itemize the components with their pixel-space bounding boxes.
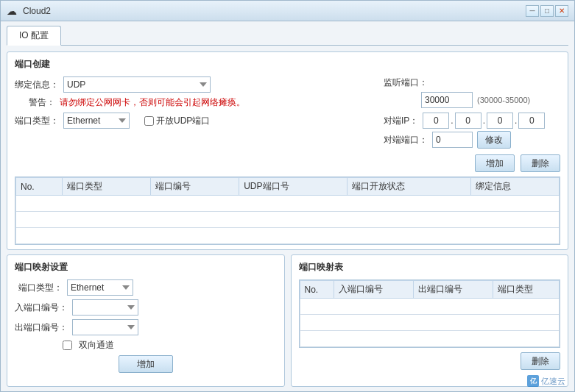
bidirectional-label[interactable]: 双向通道 bbox=[79, 339, 114, 352]
udp-checkbox[interactable] bbox=[144, 116, 154, 126]
col-bind-info: 绑定信息 bbox=[470, 178, 559, 196]
col-port-status: 端口开放状态 bbox=[347, 178, 470, 196]
map-out-port-label: 出端口编号： bbox=[15, 321, 68, 334]
remote-ip-container: . . . bbox=[423, 113, 545, 129]
map-in-port-row: 入端口编号： bbox=[15, 299, 277, 316]
table-row bbox=[16, 196, 560, 212]
map-out-port-row: 出端口编号： bbox=[15, 319, 277, 335]
map-table-body bbox=[300, 299, 560, 347]
listen-port-row: 监听端口： bbox=[384, 76, 560, 89]
tab-io-config[interactable]: IO 配置 bbox=[7, 26, 61, 46]
map-col-in-port: 入端口编号 bbox=[334, 281, 414, 299]
table-row bbox=[16, 212, 560, 228]
warning-row: 警告： 请勿绑定公网网卡，否则可能会引起网络瘫痪。 bbox=[15, 96, 369, 109]
create-right: 监听端口： (30000-35000) 对端IP： bbox=[384, 76, 560, 172]
ip-octet-4[interactable] bbox=[518, 113, 545, 129]
port-table-body bbox=[16, 196, 560, 244]
port-map-settings: 端口映射设置 端口类型： Ethernet Serial 入端口编号： 出端口编… bbox=[7, 254, 285, 387]
map-in-port-label: 入端口编号： bbox=[15, 302, 68, 314]
table-row bbox=[300, 299, 560, 315]
watermark-icon: 亿 bbox=[527, 375, 539, 387]
table-row bbox=[16, 228, 560, 244]
remote-ip-row: 对端IP： . . . bbox=[384, 113, 545, 129]
col-no: No. bbox=[16, 178, 63, 196]
create-top-row: 绑定信息： UDP 警告： 请勿绑定公网网卡，否则可能会引起网络瘫痪。 端口类型… bbox=[15, 76, 560, 172]
listen-port-input[interactable] bbox=[421, 92, 473, 108]
bidirectional-checkbox[interactable] bbox=[63, 341, 72, 350]
title-bar-left: ☁ Cloud2 bbox=[7, 5, 51, 17]
map-out-port-select[interactable] bbox=[72, 319, 138, 335]
listen-port-input-row: (30000-35000) bbox=[384, 92, 560, 108]
remote-port-row: 对端端口： 修改 bbox=[384, 131, 545, 149]
map-add-button[interactable]: 增加 bbox=[119, 355, 173, 373]
port-map-table-title: 端口映射表 bbox=[299, 261, 561, 274]
map-add-row: 增加 bbox=[15, 355, 277, 373]
ip-octet-1[interactable] bbox=[423, 113, 449, 129]
watermark-text: 亿速云 bbox=[541, 376, 565, 387]
main-window: ☁ Cloud2 ─ □ ✕ IO 配置 端口创建 绑定信息： bbox=[0, 0, 575, 392]
bind-info-row: 绑定信息： UDP bbox=[15, 76, 369, 93]
port-type-select[interactable]: Ethernet Serial bbox=[63, 113, 130, 129]
maximize-button[interactable]: □ bbox=[540, 5, 554, 17]
warning-prefix-label: 警告： bbox=[15, 96, 55, 109]
minimize-button[interactable]: ─ bbox=[526, 5, 539, 17]
tab-bar: IO 配置 bbox=[7, 26, 568, 46]
remote-ip-col: 对端IP： . . . bbox=[384, 113, 545, 149]
port-create-title: 端口创建 bbox=[15, 58, 560, 71]
suggest-text: (30000-35000) bbox=[477, 96, 530, 104]
listen-port-label: 监听端口： bbox=[384, 76, 428, 89]
map-col-type: 端口类型 bbox=[493, 281, 559, 299]
title-buttons: ─ □ ✕ bbox=[526, 5, 568, 17]
map-table-wrapper: No. 入端口编号 出端口编号 端口类型 bbox=[299, 279, 561, 348]
main-content: IO 配置 端口创建 绑定信息： UDP 警告： bbox=[1, 21, 574, 391]
add-port-button[interactable]: 增加 bbox=[475, 154, 515, 172]
remote-port-label: 对端端口： bbox=[384, 134, 428, 146]
remote-port-input[interactable] bbox=[432, 132, 473, 148]
create-left: 绑定信息： UDP 警告： 请勿绑定公网网卡，否则可能会引起网络瘫痪。 端口类型… bbox=[15, 76, 369, 172]
port-create-section: 端口创建 绑定信息： UDP 警告： 请勿绑定公网网卡，否则可能会引起网络瘫痪。 bbox=[7, 51, 568, 250]
bind-label: 绑定信息： bbox=[15, 79, 59, 91]
add-del-buttons: 增加 删除 bbox=[384, 154, 560, 172]
del-port-button[interactable]: 删除 bbox=[521, 154, 560, 172]
map-table: No. 入端口编号 出端口编号 端口类型 bbox=[300, 280, 560, 347]
port-table: No. 端口类型 端口编号 UDP端口号 端口开放状态 绑定信息 bbox=[15, 177, 560, 244]
window-title: Cloud2 bbox=[23, 6, 51, 16]
map-del-row: 删除 bbox=[299, 352, 561, 370]
map-port-type-select[interactable]: Ethernet Serial bbox=[67, 279, 133, 296]
close-button[interactable]: ✕ bbox=[555, 5, 568, 17]
remote-ip-section: 对端IP： . . . bbox=[384, 113, 560, 149]
map-col-no: No. bbox=[300, 281, 334, 299]
table-row bbox=[300, 331, 560, 347]
map-port-type-row: 端口类型： Ethernet Serial bbox=[15, 279, 277, 296]
port-type-row: 端口类型： Ethernet Serial 开放UDP端口 bbox=[15, 113, 369, 129]
warning-text: 请勿绑定公网网卡，否则可能会引起网络瘫痪。 bbox=[60, 96, 245, 109]
ip-octet-2[interactable] bbox=[455, 113, 481, 129]
map-port-type-label: 端口类型： bbox=[15, 282, 63, 294]
port-map-settings-title: 端口映射设置 bbox=[15, 261, 277, 274]
map-in-port-select[interactable] bbox=[72, 299, 138, 316]
modify-button[interactable]: 修改 bbox=[477, 131, 511, 149]
app-icon: ☁ bbox=[7, 5, 18, 17]
bidirectional-row: 双向通道 bbox=[63, 339, 277, 352]
port-table-wrapper: No. 端口类型 端口编号 UDP端口号 端口开放状态 绑定信息 bbox=[15, 177, 560, 245]
port-table-header-row: No. 端口类型 端口编号 UDP端口号 端口开放状态 绑定信息 bbox=[16, 178, 560, 196]
udp-checkbox-container: 开放UDP端口 bbox=[144, 115, 210, 127]
ip-octet-3[interactable] bbox=[487, 113, 513, 129]
udp-checkbox-label[interactable]: 开放UDP端口 bbox=[156, 115, 210, 127]
title-bar: ☁ Cloud2 ─ □ ✕ bbox=[1, 1, 574, 21]
remote-ip-label: 对端IP： bbox=[384, 115, 418, 127]
port-map-table-section: 端口映射表 No. 入端口编号 出端口编号 端口类型 bbox=[291, 254, 569, 387]
watermark: 亿 亿速云 bbox=[527, 375, 565, 387]
col-udp-no: UDP端口号 bbox=[239, 178, 348, 196]
port-type-label: 端口类型： bbox=[15, 115, 59, 127]
table-row bbox=[300, 315, 560, 331]
col-port-type: 端口类型 bbox=[62, 178, 150, 196]
bottom-row: 端口映射设置 端口类型： Ethernet Serial 入端口编号： 出端口编… bbox=[7, 254, 568, 387]
map-del-button[interactable]: 删除 bbox=[521, 352, 560, 370]
bind-select[interactable]: UDP bbox=[63, 76, 211, 93]
map-col-out-port: 出端口编号 bbox=[414, 281, 493, 299]
col-port-no: 端口编号 bbox=[150, 178, 239, 196]
map-table-header-row: No. 入端口编号 出端口编号 端口类型 bbox=[300, 281, 560, 299]
